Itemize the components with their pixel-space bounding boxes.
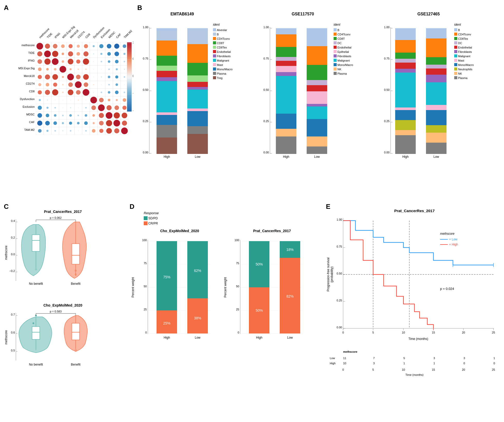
svg-text:ident: ident: [454, 23, 461, 26]
svg-rect-349: [187, 126, 208, 134]
svg-text:Alveolar: Alveolar: [217, 28, 227, 32]
svg-rect-457: [395, 135, 416, 154]
svg-rect-401: [276, 76, 296, 114]
svg-point-69: [114, 52, 119, 56]
svg-text:Mast: Mast: [458, 59, 464, 62]
svg-rect-437: [334, 59, 337, 62]
svg-text:15: 15: [432, 331, 435, 334]
svg-point-117: [116, 68, 118, 70]
svg-text:CD8T: CD8T: [217, 42, 224, 45]
svg-text:Benefit: Benefit: [71, 363, 81, 366]
svg-point-37: [84, 44, 88, 48]
svg-text:High: High: [164, 336, 170, 339]
panel-d-svg: Response SD/PD CR/PR Cho_ExpMolMed_2020 …: [128, 201, 318, 417]
svg-point-251: [77, 115, 79, 116]
panel-c: C Prat_CancerRes_2017 0.4 0.2 0.0 −0.2 m…: [3, 201, 126, 419]
svg-text:−0.5: −0.5: [133, 92, 133, 95]
svg-point-241: [37, 113, 42, 118]
svg-point-75: [44, 58, 51, 65]
svg-point-271: [62, 122, 64, 124]
svg-point-53: [52, 51, 58, 57]
svg-point-195: [47, 100, 48, 101]
svg-rect-370: [213, 46, 216, 49]
svg-point-39: [93, 45, 95, 47]
svg-rect-340: [157, 77, 177, 81]
svg-text:Epithelial: Epithelial: [337, 50, 349, 53]
svg-rect-350: [187, 111, 208, 126]
svg-rect-465: [395, 59, 416, 63]
svg-rect-443: [334, 72, 337, 75]
svg-point-221: [54, 107, 56, 109]
svg-rect-355: [187, 75, 208, 82]
svg-point-171: [45, 90, 50, 95]
svg-point-289: [38, 129, 42, 133]
svg-text:7: 7: [373, 357, 375, 360]
svg-text:CD4Tconv: CD4Tconv: [458, 33, 471, 36]
svg-text:Time (months): Time (months): [409, 337, 428, 341]
svg-point-121: [38, 75, 42, 79]
svg-point-27: [45, 44, 50, 49]
svg-point-249: [69, 114, 72, 117]
svg-point-225: [70, 107, 71, 108]
svg-rect-473: [426, 110, 447, 125]
svg-text:−1: −1: [133, 109, 133, 112]
svg-rect-476: [426, 75, 447, 82]
svg-point-219: [46, 107, 49, 109]
svg-point-29: [53, 44, 57, 48]
svg-rect-435: [334, 54, 337, 57]
svg-point-79: [62, 60, 64, 63]
svg-text:Percent weight: Percent weight: [131, 277, 135, 298]
svg-point-309: [114, 128, 119, 133]
svg-text:Fibroblasts: Fibroblasts: [337, 55, 351, 58]
panel-d: D Response SD/PD CR/PR Cho_ExpMolMed_202…: [128, 201, 321, 419]
svg-rect-431: [334, 46, 337, 49]
svg-text:3: 3: [433, 357, 435, 360]
svg-rect-399: [276, 129, 296, 136]
svg-point-179: [76, 90, 81, 95]
svg-point-103: [60, 66, 66, 73]
svg-text:0.00: 0.00: [384, 151, 390, 154]
svg-point-229: [85, 107, 87, 109]
svg-text:25%: 25%: [163, 321, 170, 325]
svg-point-261: [114, 112, 120, 119]
svg-rect-405: [276, 57, 296, 61]
svg-rect-498: [454, 59, 457, 62]
svg-rect-484: [454, 28, 457, 31]
svg-rect-400: [276, 114, 296, 129]
svg-text:0: 0: [493, 362, 495, 365]
svg-text:CD8: CD8: [85, 33, 91, 39]
svg-point-143: [124, 76, 125, 78]
svg-text:GSE117570: GSE117570: [292, 12, 314, 16]
svg-point-299: [78, 131, 79, 131]
svg-rect-490: [454, 41, 457, 44]
svg-point-311: [121, 127, 128, 134]
svg-text:Dysfunction: Dysfunction: [20, 97, 35, 101]
svg-point-167: [124, 84, 125, 85]
svg-text:methscore: methscore: [4, 246, 8, 260]
svg-point-253: [85, 114, 87, 117]
svg-point-125: [52, 74, 58, 80]
svg-text:(probability): (probability): [330, 267, 334, 283]
svg-text:0: 0: [342, 331, 344, 334]
svg-text:0: 0: [133, 74, 133, 77]
svg-point-307: [106, 128, 112, 134]
svg-text:Malignant: Malignant: [458, 55, 470, 58]
svg-point-149: [53, 83, 57, 87]
svg-text:Low: Low: [433, 155, 439, 159]
svg-point-107: [77, 68, 79, 70]
svg-text:CD4Tconv: CD4Tconv: [217, 37, 230, 40]
svg-rect-341: [157, 71, 177, 77]
svg-rect-463: [395, 69, 416, 73]
svg-point-231: [91, 105, 96, 110]
svg-point-259: [106, 112, 112, 119]
svg-rect-477: [426, 68, 447, 75]
svg-point-115: [108, 68, 110, 70]
svg-point-287: [122, 121, 127, 126]
svg-text:DC: DC: [337, 42, 342, 45]
svg-text:0.25: 0.25: [384, 120, 390, 123]
svg-text:0.50: 0.50: [264, 88, 269, 91]
svg-text:1.00: 1.00: [337, 218, 342, 221]
svg-rect-410: [307, 146, 327, 154]
svg-point-293: [54, 130, 56, 132]
svg-rect-345: [157, 31, 177, 41]
